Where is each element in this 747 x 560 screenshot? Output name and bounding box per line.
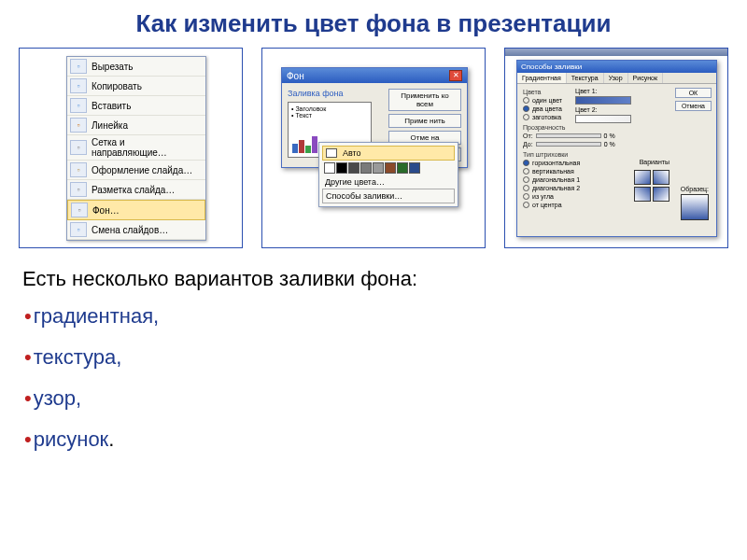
chart-icon — [292, 136, 317, 153]
preview-line: • Заголовок — [291, 105, 368, 112]
radio-icon — [523, 185, 529, 191]
color-swatch[interactable] — [373, 162, 384, 174]
panels-row: ▫Вырезать▫Копировать▫Вставить▫Линейка▫Се… — [19, 48, 728, 248]
from-value: 0 % — [604, 133, 615, 139]
transparency-group-label: Прозрачность — [523, 124, 711, 131]
auto-swatch-icon — [326, 148, 337, 158]
color1-label: Цвет 1: — [575, 88, 597, 94]
color-swatch[interactable] — [360, 162, 372, 174]
ok-button[interactable]: ОК — [675, 88, 712, 98]
radio-label: диагональная 2 — [532, 185, 580, 191]
menu-item-label: Смена слайдов… — [92, 225, 168, 235]
menu-item-label: Сетка и направляющие… — [92, 137, 203, 158]
color1-field[interactable] — [575, 96, 631, 105]
close-icon[interactable]: ✕ — [449, 70, 462, 81]
color-swatch[interactable] — [409, 162, 420, 174]
radio-icon — [523, 176, 529, 183]
context-menu: ▫Вырезать▫Копировать▫Вставить▫Линейка▫Се… — [66, 56, 206, 241]
radio-icon — [523, 193, 529, 200]
radio-label: от центра — [532, 202, 562, 208]
context-menu-item[interactable]: ▫Оформление слайда… — [67, 161, 205, 180]
dialog-tab[interactable]: Текстура — [567, 73, 604, 83]
to-label: До: — [523, 141, 533, 147]
radio-icon — [523, 202, 529, 208]
panel-background-dialog: Фон ✕ Заливка фона • Заголовок • Текст — [261, 48, 486, 248]
color-swatch[interactable] — [336, 162, 347, 174]
dialog-tabs: ГрадиентнаяТекстураУзорРисунок — [517, 73, 716, 84]
slide-title: Как изменить цвет фона в презентации — [19, 9, 728, 38]
radio-label: два цвета — [532, 105, 562, 112]
auto-color-row[interactable]: Авто — [322, 146, 455, 161]
menu-item-icon: ▫ — [70, 59, 87, 74]
variant-swatch[interactable] — [634, 187, 651, 202]
cancel-button[interactable]: Отмена — [675, 101, 712, 111]
bullet-item: узор, — [24, 386, 728, 411]
variant-swatch[interactable] — [653, 187, 669, 202]
radio-label: заготовка — [532, 114, 561, 120]
dialog-titlebar: Фон ✕ — [282, 68, 467, 83]
radio-icon — [523, 168, 529, 175]
color-dropdown: Авто Другие цвета… Способы заливки… — [318, 142, 458, 207]
body-intro-text: Есть несколько вариантов заливки фона: — [22, 267, 728, 291]
menu-item-icon: ▫ — [70, 182, 87, 197]
menu-item-label: Оформление слайда… — [92, 165, 192, 175]
radio-label: один цвет — [532, 97, 562, 104]
color-swatch[interactable] — [397, 162, 408, 174]
variant-swatch[interactable] — [653, 170, 669, 185]
menu-item-icon: ▫ — [71, 203, 88, 217]
color-swatch[interactable] — [385, 162, 396, 174]
radio-icon — [523, 114, 529, 120]
dialog-tab[interactable]: Градиентная — [517, 73, 567, 83]
variants-grid — [634, 170, 669, 202]
radio-option[interactable]: горизонтальная — [523, 160, 711, 166]
dialog-tab[interactable]: Узор — [604, 73, 628, 83]
to-value: 0 % — [604, 141, 615, 147]
color-swatch[interactable] — [348, 162, 359, 174]
preview-line: • Текст — [291, 112, 368, 119]
radio-label: горизонтальная — [532, 160, 580, 166]
color-swatch[interactable] — [324, 162, 335, 174]
other-colors-row[interactable]: Другие цвета… — [322, 175, 455, 189]
context-menu-item[interactable]: ▫Вырезать — [67, 57, 205, 77]
context-menu-item[interactable]: ▫Сетка и направляющие… — [67, 135, 205, 161]
menu-item-label: Линейка — [92, 120, 128, 131]
menu-item-label: Фон… — [92, 205, 120, 216]
radio-option[interactable]: диагональная 1 — [523, 176, 711, 183]
radio-label: диагональная 1 — [532, 176, 580, 183]
fill-section-label: Заливка фона — [288, 89, 383, 98]
variant-swatch[interactable] — [634, 170, 651, 185]
variants-label: Варианты — [640, 159, 669, 165]
bullet-item: градиентная, — [24, 304, 728, 329]
app-titlebar — [505, 49, 727, 56]
menu-item-icon: ▫ — [70, 162, 87, 177]
menu-item-icon: ▫ — [70, 222, 87, 237]
dialog-button[interactable]: Применить ко всем — [388, 89, 461, 111]
sample-label: Образец: — [681, 186, 709, 192]
radio-icon — [523, 97, 529, 104]
context-menu-item[interactable]: ▫Смена слайдов… — [67, 220, 205, 240]
from-slider[interactable] — [536, 133, 601, 138]
menu-item-label: Вставить — [92, 101, 131, 111]
context-menu-item[interactable]: ▫Линейка — [67, 116, 205, 135]
menu-item-icon: ▫ — [70, 98, 87, 113]
shading-group-label: Тип штриховки — [523, 151, 711, 158]
dialog-button[interactable]: Приме нить — [388, 114, 461, 128]
radio-option[interactable]: вертикальная — [523, 168, 711, 175]
radio-label: вертикальная — [532, 168, 574, 175]
color-swatches — [322, 161, 455, 175]
radio-icon — [523, 105, 529, 112]
panel-context-menu: ▫Вырезать▫Копировать▫Вставить▫Линейка▫Се… — [19, 48, 243, 248]
menu-item-icon: ▫ — [70, 78, 87, 93]
bullet-list: градиентная, текстура, узор, рисунок. — [19, 304, 728, 452]
menu-item-label: Разметка слайда… — [92, 185, 175, 195]
context-menu-item[interactable]: ▫Разметка слайда… — [67, 180, 205, 200]
bullet-item: рисунок. — [24, 427, 728, 452]
fill-methods-row[interactable]: Способы заливки… — [322, 189, 455, 203]
color2-field[interactable] — [575, 115, 631, 123]
to-slider[interactable] — [536, 142, 601, 147]
context-menu-item[interactable]: ▫Вставить — [67, 96, 205, 116]
context-menu-item[interactable]: ▫Копировать — [67, 77, 205, 96]
context-menu-item[interactable]: ▫Фон… — [67, 200, 205, 220]
dialog-tab[interactable]: Рисунок — [628, 73, 663, 83]
fill-effects-dialog: Способы заливки ГрадиентнаяТекстураУзорР… — [516, 60, 717, 237]
